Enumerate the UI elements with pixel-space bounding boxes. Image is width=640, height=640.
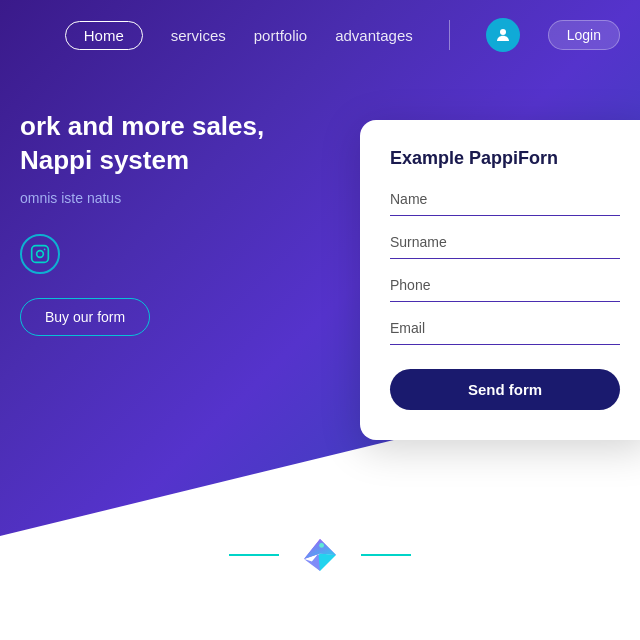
surname-input[interactable]: [390, 232, 620, 252]
name-input[interactable]: [390, 189, 620, 209]
send-button[interactable]: Send form: [390, 369, 620, 410]
form-card: Example PappiForn Send form: [360, 120, 640, 440]
email-field: [390, 318, 620, 345]
bottom-decoration: [229, 530, 411, 580]
nav-services[interactable]: services: [171, 27, 226, 44]
form-title: Example PappiForn: [390, 148, 620, 169]
hero-subtitle: omnis iste natus: [20, 190, 264, 206]
hero-section: ork and more sales, Nappi system omnis i…: [0, 110, 264, 336]
hero-title-line1: ork and more sales,: [20, 110, 264, 144]
bird-icon: [295, 530, 345, 580]
nav-advantages[interactable]: advantages: [335, 27, 413, 44]
surname-field: [390, 232, 620, 259]
nav-links: Home services portfolio advantages Login: [65, 18, 620, 52]
phone-input[interactable]: [390, 275, 620, 295]
svg-point-3: [44, 248, 46, 250]
hero-title-line2: Nappi system: [20, 144, 264, 178]
navbar: Home services portfolio advantages Login: [0, 0, 640, 70]
svg-point-0: [500, 29, 506, 35]
login-button[interactable]: Login: [548, 20, 620, 50]
hero-title: ork and more sales, Nappi system: [20, 110, 264, 178]
instagram-icon[interactable]: [20, 234, 60, 274]
nav-home[interactable]: Home: [65, 21, 143, 50]
left-line: [229, 554, 279, 556]
svg-rect-1: [32, 245, 49, 262]
svg-point-8: [319, 543, 324, 548]
nav-divider: [449, 20, 450, 50]
phone-field: [390, 275, 620, 302]
svg-point-2: [37, 250, 44, 257]
nav-portfolio[interactable]: portfolio: [254, 27, 307, 44]
right-line: [361, 554, 411, 556]
name-field: [390, 189, 620, 216]
buy-button[interactable]: Buy our form: [20, 298, 150, 336]
avatar[interactable]: [486, 18, 520, 52]
email-input[interactable]: [390, 318, 620, 338]
